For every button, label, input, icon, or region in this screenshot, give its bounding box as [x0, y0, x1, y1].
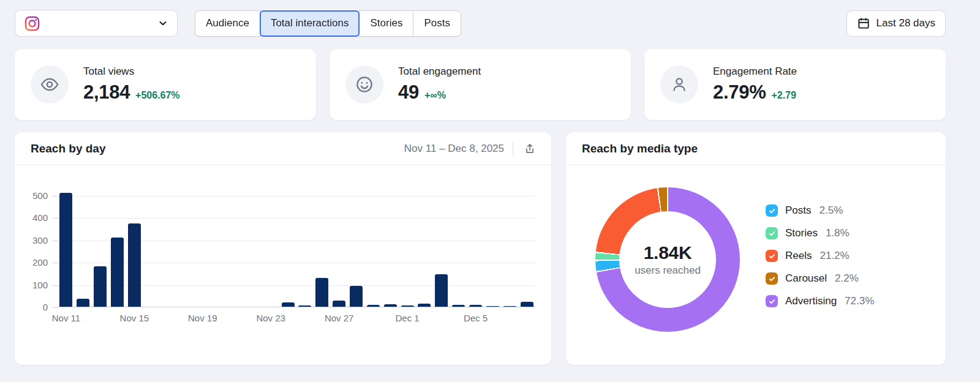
- bar[interactable]: [469, 305, 482, 307]
- bar[interactable]: [298, 305, 311, 307]
- donut-chart[interactable]: 1.84K users reached: [595, 187, 740, 332]
- tab-total-interactions[interactable]: Total interactions: [260, 10, 360, 37]
- reach-by-day-card: Reach by day Nov 11 – Dec 8, 2025: [15, 132, 551, 365]
- x-axis-label: Nov 11: [52, 313, 80, 323]
- legend-item-posts[interactable]: Posts 2.5%: [766, 204, 874, 217]
- smiley-icon: [345, 66, 383, 103]
- bar[interactable]: [128, 223, 141, 307]
- bar-slot-nov-28: [348, 196, 365, 307]
- legend-label: Carousel: [785, 272, 827, 285]
- legend-item-carousel[interactable]: Carousel 2.2%: [766, 272, 874, 285]
- checkbox-checked-icon[interactable]: [766, 272, 778, 285]
- bar[interactable]: [452, 305, 465, 307]
- instagram-icon: [24, 15, 40, 32]
- kpi-card-engagement-rate: Engagement Rate 2.79% +2.79: [644, 49, 946, 120]
- bar-slot-nov-11: [58, 196, 75, 307]
- kpi-delta: +∞%: [424, 90, 446, 101]
- checkbox-checked-icon[interactable]: [766, 295, 778, 307]
- bar[interactable]: [94, 266, 107, 307]
- legend-label: Posts: [785, 204, 812, 217]
- checkbox-checked-icon[interactable]: [766, 250, 778, 262]
- bar[interactable]: [315, 278, 328, 307]
- tab-stories[interactable]: Stories: [359, 10, 413, 37]
- y-axis-tick: [53, 218, 58, 219]
- bar-slot-dec-7: [501, 196, 518, 307]
- reach-by-media-type-header: Reach by media type: [566, 132, 946, 165]
- charts-row: Reach by day Nov 11 – Dec 8, 2025: [15, 132, 946, 365]
- bar[interactable]: [333, 301, 345, 307]
- y-axis-label: 0: [20, 302, 48, 313]
- bar-slot-nov-24: [279, 196, 296, 307]
- bar-slot-nov-23: [262, 196, 279, 307]
- export-button[interactable]: [522, 141, 538, 157]
- legend-percent: 1.8%: [826, 227, 850, 239]
- checkbox-checked-icon[interactable]: [766, 227, 778, 239]
- tab-audience[interactable]: Audience: [195, 10, 260, 37]
- bar-slot-nov-26: [314, 196, 331, 307]
- account-selector[interactable]: [15, 10, 178, 37]
- bar-slot-nov-22: [245, 196, 262, 307]
- bar-slot-nov-25: [296, 196, 314, 307]
- legend-item-advertising[interactable]: Advertising 72.3%: [766, 295, 874, 307]
- kpi-card-total-engagement: Total engagement 49 +∞%: [330, 49, 631, 120]
- bar[interactable]: [384, 304, 397, 307]
- date-range-button[interactable]: Last 28 days: [846, 10, 946, 37]
- bar[interactable]: [503, 306, 516, 307]
- x-axis-label: Nov 15: [120, 313, 149, 323]
- bar-slot-dec-4: [450, 196, 467, 307]
- kpi-label: Total views: [83, 66, 180, 78]
- bar[interactable]: [367, 305, 380, 307]
- kpi-delta: +506.67%: [135, 90, 180, 101]
- bar[interactable]: [401, 305, 414, 307]
- social-analytics-dashboard: Audience Total interactions Stories Post…: [0, 0, 980, 382]
- bar[interactable]: [418, 304, 431, 307]
- y-axis-label: 500: [20, 190, 48, 201]
- calendar-icon: [857, 17, 870, 30]
- card-title: Reach by day: [31, 142, 106, 155]
- bar-chart: 0100200300400500 Nov 11Nov 15Nov 19Nov 2…: [15, 165, 551, 328]
- bar[interactable]: [77, 299, 89, 307]
- reach-by-media-type-card: Reach by media type 1.84K users reached …: [566, 132, 946, 365]
- top-toolbar: Audience Total interactions Stories Post…: [15, 10, 946, 37]
- y-axis-label: 300: [20, 235, 48, 246]
- bar-slot-nov-27: [331, 196, 348, 307]
- legend-item-stories[interactable]: Stories 1.8%: [766, 227, 874, 239]
- kpi-value: 2,184: [83, 81, 130, 103]
- legend-percent: 21.2%: [820, 250, 849, 262]
- bar[interactable]: [59, 193, 72, 307]
- legend-item-reels[interactable]: Reels 21.2%: [766, 250, 874, 262]
- eye-icon: [31, 66, 69, 103]
- y-axis-tick: [53, 307, 58, 308]
- donut-legend: Posts 2.5% Stories 1.8% Reels 21.2%: [766, 187, 874, 332]
- bar[interactable]: [111, 238, 124, 307]
- x-axis-label: Dec 1: [395, 313, 419, 323]
- donut-center-label: users reached: [635, 264, 701, 277]
- legend-label: Stories: [785, 227, 818, 239]
- y-axis-tick: [53, 263, 58, 263]
- tab-posts[interactable]: Posts: [413, 10, 461, 37]
- kpi-label: Engagement Rate: [713, 66, 797, 78]
- bar-slot-nov-16: [143, 196, 160, 307]
- kpi-value: 2.79%: [713, 81, 766, 103]
- bar-slot-dec-3: [433, 196, 450, 307]
- kpi-value: 49: [398, 81, 419, 103]
- kpi-row: Total views 2,184 +506.67%: [15, 49, 946, 120]
- x-axis-label: Nov 23: [256, 313, 285, 323]
- export-icon: [523, 142, 537, 155]
- bar[interactable]: [521, 302, 533, 307]
- card-title: Reach by media type: [582, 142, 698, 155]
- bar-slot-nov-12: [75, 196, 92, 307]
- bar[interactable]: [435, 274, 448, 307]
- bar-slot-dec-6: [484, 196, 501, 307]
- y-axis-label: 100: [20, 280, 48, 291]
- checkbox-checked-icon[interactable]: [766, 204, 778, 217]
- bar[interactable]: [282, 302, 295, 307]
- view-tabs: Audience Total interactions Stories Post…: [195, 10, 461, 37]
- bar-slot-dec-2: [416, 196, 433, 307]
- bar-slot-dec-5: [467, 196, 484, 307]
- bar-slot-nov-13: [92, 196, 109, 307]
- bar[interactable]: [486, 306, 499, 307]
- bar[interactable]: [350, 286, 363, 307]
- y-axis-tick: [53, 285, 58, 286]
- bar-slot-nov-15: [126, 196, 143, 307]
